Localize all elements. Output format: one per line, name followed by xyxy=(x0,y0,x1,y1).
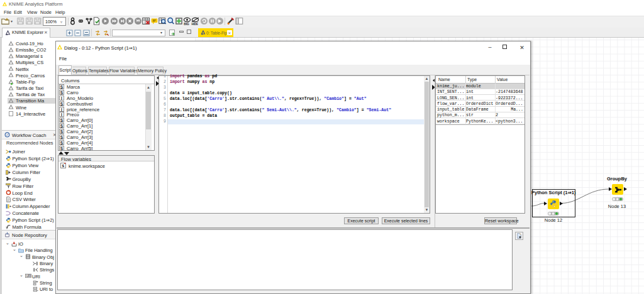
svg-text:URI: URI xyxy=(26,275,31,278)
